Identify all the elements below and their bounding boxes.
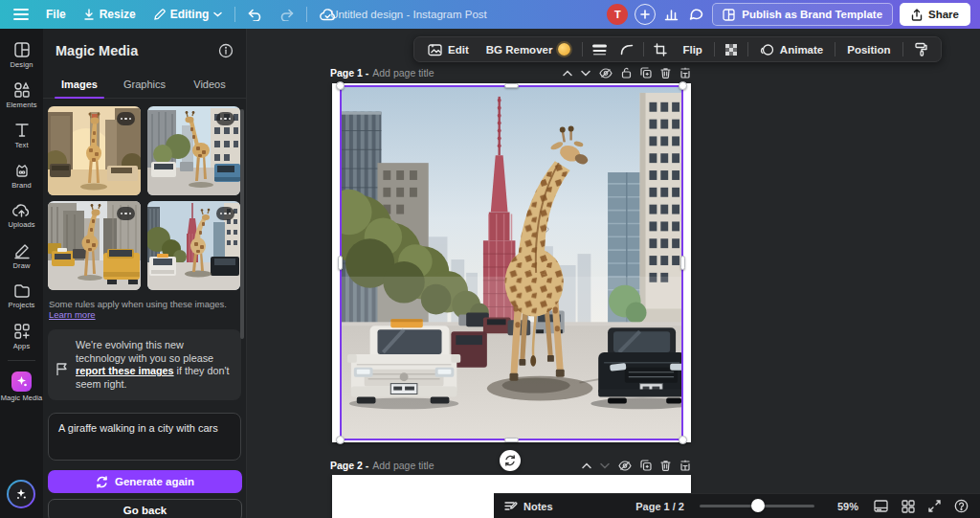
tab-graphics[interactable]: Graphics bbox=[112, 70, 177, 98]
generated-image-thumbnail-4[interactable] bbox=[147, 201, 240, 290]
corner-rounding-button[interactable] bbox=[614, 36, 639, 62]
selected-giraffe-image[interactable] bbox=[340, 85, 683, 440]
lock-page-icon[interactable] bbox=[621, 67, 632, 79]
generated-image-thumbnail-3[interactable] bbox=[48, 201, 141, 290]
resize-handle-top-right[interactable] bbox=[679, 81, 687, 90]
crop-button[interactable] bbox=[648, 36, 673, 62]
sidebar-item-magic-media[interactable]: Magic Media bbox=[0, 365, 43, 409]
tab-images[interactable]: Images bbox=[47, 70, 112, 98]
edit-image-button[interactable]: Edit bbox=[420, 36, 477, 62]
hide-page-icon[interactable] bbox=[599, 68, 612, 79]
resize-handle-bottom-left[interactable] bbox=[336, 436, 345, 444]
learn-more-link[interactable]: Learn more bbox=[49, 309, 96, 320]
resize-handle-bottom[interactable] bbox=[504, 438, 519, 442]
crop-icon bbox=[654, 43, 667, 56]
move-page-up-icon[interactable] bbox=[582, 462, 591, 469]
report-images-link[interactable]: report these images bbox=[76, 365, 174, 376]
file-menu[interactable]: File bbox=[37, 0, 75, 29]
usage-rules-text: Some rules apply when using these images… bbox=[43, 290, 246, 320]
sidebar-item-elements[interactable]: Elements bbox=[0, 75, 43, 115]
canva-assistant-button[interactable] bbox=[7, 480, 35, 508]
add-member-button[interactable] bbox=[635, 4, 656, 25]
page1-canvas[interactable] bbox=[332, 83, 691, 442]
share-label: Share bbox=[928, 9, 959, 20]
transparency-checkerboard-icon bbox=[724, 43, 738, 56]
add-page-icon[interactable] bbox=[679, 460, 691, 471]
resize-handle-left[interactable] bbox=[338, 256, 343, 270]
add-page-icon[interactable] bbox=[679, 67, 691, 79]
prompt-input[interactable]: A giraffe walking in a city with cars bbox=[48, 413, 241, 461]
sidebar-item-uploads[interactable]: Uploads bbox=[0, 195, 43, 236]
hide-page-icon[interactable] bbox=[618, 461, 632, 471]
thumbnail-options-button[interactable] bbox=[216, 112, 234, 125]
bg-remover-button[interactable]: BG Remover bbox=[479, 36, 579, 62]
duplicate-page-icon[interactable] bbox=[640, 460, 652, 471]
generated-image-thumbnail-1[interactable] bbox=[48, 106, 141, 195]
edit-image-icon bbox=[428, 43, 442, 56]
elements-icon bbox=[13, 81, 31, 99]
resize-handle-top[interactable] bbox=[504, 83, 519, 88]
sidebar-item-projects[interactable]: Projects bbox=[0, 276, 43, 316]
animate-button[interactable]: Animate bbox=[752, 36, 831, 62]
tab-videos[interactable]: Videos bbox=[177, 70, 242, 98]
generate-again-button[interactable]: Generate again bbox=[48, 470, 242, 493]
resize-handle-bottom-right[interactable] bbox=[679, 436, 687, 444]
flip-button[interactable]: Flip bbox=[675, 36, 709, 62]
resize-handle-top-left[interactable] bbox=[336, 81, 345, 90]
divider bbox=[714, 42, 715, 56]
pages-view-button[interactable] bbox=[874, 500, 888, 512]
help-button[interactable] bbox=[954, 499, 969, 513]
delete-page-icon[interactable] bbox=[660, 67, 671, 79]
avatar[interactable]: T bbox=[607, 4, 628, 25]
share-upload-icon bbox=[911, 9, 923, 21]
draw-icon bbox=[13, 242, 31, 259]
page1-title-input[interactable]: Add page title bbox=[372, 67, 434, 79]
sidebar-item-draw[interactable]: Draw bbox=[0, 236, 43, 276]
resize-button[interactable]: Resize bbox=[75, 0, 145, 29]
redo-button[interactable] bbox=[271, 0, 302, 29]
grid-view-button[interactable] bbox=[902, 500, 915, 513]
zoom-slider[interactable] bbox=[700, 505, 814, 507]
corner-arc-icon bbox=[620, 44, 634, 56]
border-style-icon bbox=[592, 44, 607, 56]
resize-handle-right[interactable] bbox=[680, 256, 685, 270]
thumbnail-options-button[interactable] bbox=[216, 207, 234, 220]
publish-label: Publish as Brand Template bbox=[742, 9, 882, 20]
position-button[interactable]: Position bbox=[839, 36, 898, 62]
publish-brand-template-button[interactable]: Publish as Brand Template bbox=[712, 3, 893, 26]
zoom-slider-thumb[interactable] bbox=[751, 499, 765, 512]
move-page-down-icon[interactable] bbox=[600, 462, 610, 469]
generated-image-thumbnail-2[interactable] bbox=[147, 106, 240, 195]
fullscreen-button[interactable] bbox=[928, 500, 941, 512]
thumbnail-options-button[interactable] bbox=[117, 112, 135, 125]
sidebar-item-brand[interactable]: Brand bbox=[0, 155, 43, 195]
copy-style-button[interactable] bbox=[907, 36, 935, 62]
page2-title-input[interactable]: Add page title bbox=[372, 460, 434, 471]
regenerate-image-fab[interactable] bbox=[500, 450, 521, 471]
editing-mode-dropdown[interactable]: Editing bbox=[145, 0, 232, 29]
share-button[interactable]: Share bbox=[900, 3, 970, 26]
delete-page-icon[interactable] bbox=[660, 460, 671, 471]
sidebar-item-design[interactable]: Design bbox=[0, 34, 43, 75]
sidebar-item-text[interactable]: Text bbox=[0, 115, 43, 155]
cloud-save-status[interactable] bbox=[311, 0, 345, 29]
technology-notice: We're evolving this new technology with … bbox=[48, 329, 241, 400]
panel-scrollbar[interactable] bbox=[240, 109, 244, 339]
pro-crown-badge bbox=[558, 43, 570, 56]
redo-icon bbox=[279, 9, 294, 21]
move-page-down-icon[interactable] bbox=[581, 70, 590, 77]
main-menu-button[interactable] bbox=[0, 0, 37, 29]
thumbnail-options-button[interactable] bbox=[117, 207, 135, 220]
insights-button[interactable] bbox=[662, 0, 680, 29]
move-page-up-icon[interactable] bbox=[563, 70, 572, 77]
transparency-button[interactable] bbox=[719, 36, 744, 62]
undo-button[interactable] bbox=[239, 0, 271, 29]
sidebar-item-apps[interactable]: Apps bbox=[0, 316, 43, 356]
info-icon[interactable] bbox=[218, 43, 234, 58]
border-style-button[interactable] bbox=[587, 36, 612, 62]
notes-button[interactable]: Notes bbox=[494, 501, 553, 512]
go-back-button[interactable]: Go back bbox=[48, 499, 242, 518]
duplicate-page-icon[interactable] bbox=[640, 67, 652, 79]
page1-header: Page 1 - Add page title bbox=[330, 65, 691, 80]
comments-button[interactable] bbox=[687, 0, 705, 29]
